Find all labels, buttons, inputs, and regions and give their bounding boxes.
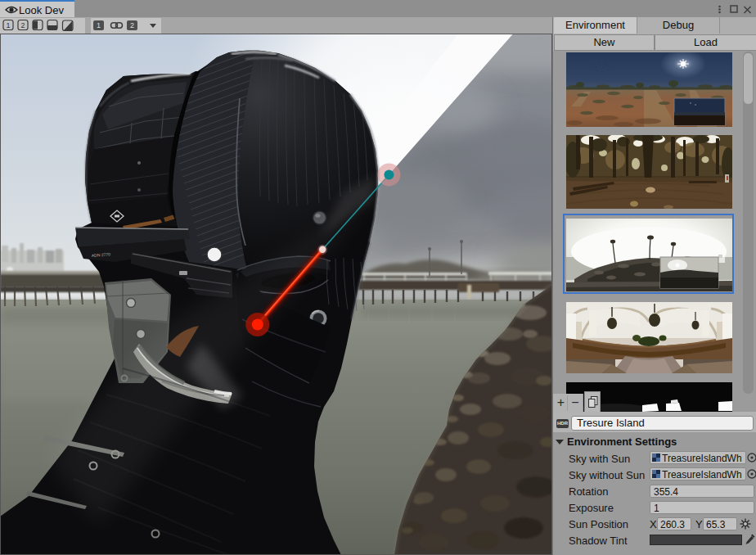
svg-text:1: 1 <box>97 21 101 29</box>
svg-text:2: 2 <box>20 21 25 29</box>
svg-text:2: 2 <box>130 21 134 29</box>
svg-text:1: 1 <box>6 21 10 29</box>
